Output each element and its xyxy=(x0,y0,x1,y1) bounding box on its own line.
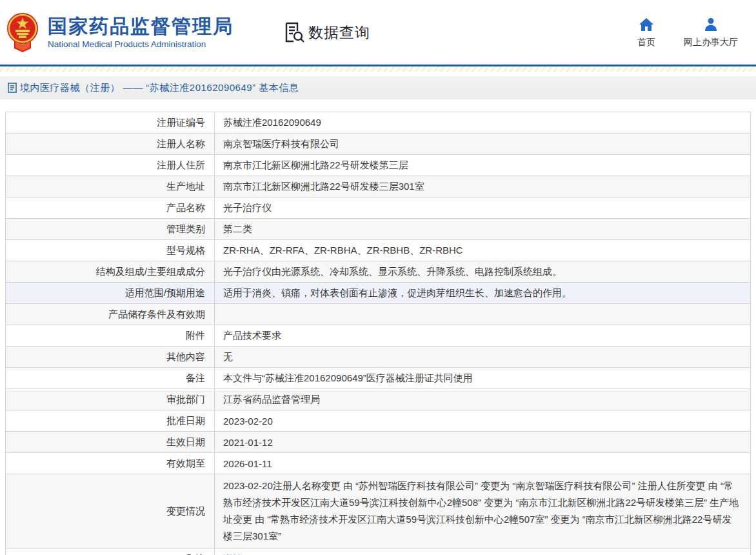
table-row: 附件产品技术要求 xyxy=(6,325,750,347)
nav-item-service-hall[interactable]: 网上办事大厅 xyxy=(684,17,738,48)
user-icon xyxy=(703,17,719,32)
field-label: 附件 xyxy=(6,325,215,346)
table-row: 审批部门江苏省药品监督管理局 xyxy=(6,389,750,410)
field-value: 2026-01-11 xyxy=(215,453,750,474)
hatch-pattern-strip xyxy=(0,66,756,72)
table-row: ?注详情 xyxy=(6,549,750,555)
header-nav: 首页 网上办事大厅 xyxy=(637,17,738,48)
table-row: 注册人住所南京市江北新区柳洲北路22号研发楼第三层 xyxy=(6,155,750,176)
field-value: 南京智瑞医疗科技有限公司 xyxy=(215,134,750,154)
field-label: 备注 xyxy=(6,368,215,388)
site-title: 国家药品监督管理局 xyxy=(48,15,234,37)
field-label: 管理类别 xyxy=(6,219,215,239)
national-emblem-icon xyxy=(6,12,39,52)
nav-item-home[interactable]: 首页 xyxy=(637,17,655,48)
detail-link[interactable]: 详情 xyxy=(223,553,243,555)
document-search-icon xyxy=(283,21,304,43)
field-value: 光子治疗仪 xyxy=(215,197,750,218)
info-table: 注册证编号苏械注准20162090649注册人名称南京智瑞医疗科技有限公司注册人… xyxy=(5,112,751,555)
table-row: 结构及组成/主要组成成分光子治疗仪由光源系统、冷却系统、显示系统、升降系统、电路… xyxy=(6,261,750,283)
field-value: 无 xyxy=(215,347,750,367)
table-row: 生效日期2021-01-12 xyxy=(6,432,750,453)
field-value: 江苏省药品监督管理局 xyxy=(215,389,750,410)
nav-item-label: 首页 xyxy=(637,37,655,48)
site-subtitle: National Medical Products Administration xyxy=(48,39,234,49)
field-label: 型号规格 xyxy=(6,240,215,261)
table-row: 备注本文件与“苏械注准20162090649”医疗器械注册证共同使用 xyxy=(6,368,750,389)
field-label: 变更情况 xyxy=(6,474,215,548)
table-row: 注册人名称南京智瑞医疗科技有限公司 xyxy=(6,134,750,155)
field-value: ZR-RHA、ZR-RFA、ZR-RBHA、ZR-RBHB、ZR-RBHC xyxy=(215,240,750,261)
field-value: 光子治疗仪由光源系统、冷却系统、显示系统、升降系统、电路控制系统组成。 xyxy=(215,261,750,282)
field-label: ?注 xyxy=(6,549,215,555)
table-row: 产品储存条件及有效期 xyxy=(6,304,750,325)
table-row: 产品名称光子治疗仪 xyxy=(6,197,750,219)
field-value xyxy=(215,304,750,325)
data-query-label: 数据查询 xyxy=(308,23,370,43)
data-query-link[interactable]: 数据查询 xyxy=(283,21,370,43)
table-row: 其他内容无 xyxy=(6,347,750,368)
document-icon xyxy=(8,83,17,93)
field-value: 产品技术要求 xyxy=(215,325,750,346)
field-label: 审批部门 xyxy=(6,389,215,410)
field-value: 南京市江北新区柳洲北路22号研发楼第三层 xyxy=(215,155,750,176)
table-row: 生产地址南京市江北新区柳洲北路22号研发楼三层301室 xyxy=(6,176,750,197)
field-label: 注册人住所 xyxy=(6,155,215,176)
home-icon xyxy=(639,17,654,32)
table-row: 有效期至2026-01-11 xyxy=(6,453,750,474)
table-row: 管理类别第二类 xyxy=(6,219,750,240)
field-value: 2023-02-20 xyxy=(215,410,750,431)
table-row: 型号规格ZR-RHA、ZR-RFA、ZR-RBHA、ZR-RBHB、ZR-RBH… xyxy=(6,240,750,261)
field-label: 生产地址 xyxy=(6,176,215,197)
breadcrumb: 境内医疗器械（注册） —— “苏械注准20162090649” 基本信息 xyxy=(20,82,299,94)
field-value: 南京市江北新区柳洲北路22号研发楼三层301室 xyxy=(215,176,750,197)
field-value: 详情 xyxy=(215,549,750,555)
field-label: 结构及组成/主要组成成分 xyxy=(6,261,215,282)
field-label: 产品储存条件及有效期 xyxy=(6,304,215,325)
field-label: 注册证编号 xyxy=(6,112,215,133)
table-row: 批准日期2023-02-20 xyxy=(6,410,750,432)
field-label: 批准日期 xyxy=(6,410,215,431)
field-value: 适用于消炎、镇痛，对体表创面有止渗液，促进肉芽组织生长、加速愈合的作用。 xyxy=(215,283,750,303)
table-row: 注册证编号苏械注准20162090649 xyxy=(6,112,750,134)
field-label: 产品名称 xyxy=(6,197,215,218)
field-value: 第二类 xyxy=(215,219,750,239)
nmpa-logo[interactable]: 国家药品监督管理局 National Medical Products Admi… xyxy=(6,12,234,52)
field-value: 2021-01-12 xyxy=(215,432,750,452)
table-row: 适用范围/预期用途适用于消炎、镇痛，对体表创面有止渗液，促进肉芽组织生长、加速愈… xyxy=(6,283,750,304)
field-value: 苏械注准20162090649 xyxy=(215,112,750,133)
site-header: 国家药品监督管理局 National Medical Products Admi… xyxy=(0,0,756,65)
field-value: 2023-02-20注册人名称变更 由 “苏州智瑞医疗科技有限公司” 变更为 “… xyxy=(215,474,750,548)
field-label: 其他内容 xyxy=(6,347,215,367)
field-label: 注册人名称 xyxy=(6,134,215,154)
table-row: 变更情况2023-02-20注册人名称变更 由 “苏州智瑞医疗科技有限公司” 变… xyxy=(6,474,750,549)
field-label: 生效日期 xyxy=(6,432,215,452)
breadcrumb-bar: 境内医疗器械（注册） —— “苏械注准20162090649” 基本信息 xyxy=(0,76,756,99)
field-label: 有效期至 xyxy=(6,453,215,474)
field-value: 本文件与“苏械注准20162090649”医疗器械注册证共同使用 xyxy=(215,368,750,388)
nav-item-label: 网上办事大厅 xyxy=(684,37,738,48)
field-label: 适用范围/预期用途 xyxy=(6,283,215,303)
